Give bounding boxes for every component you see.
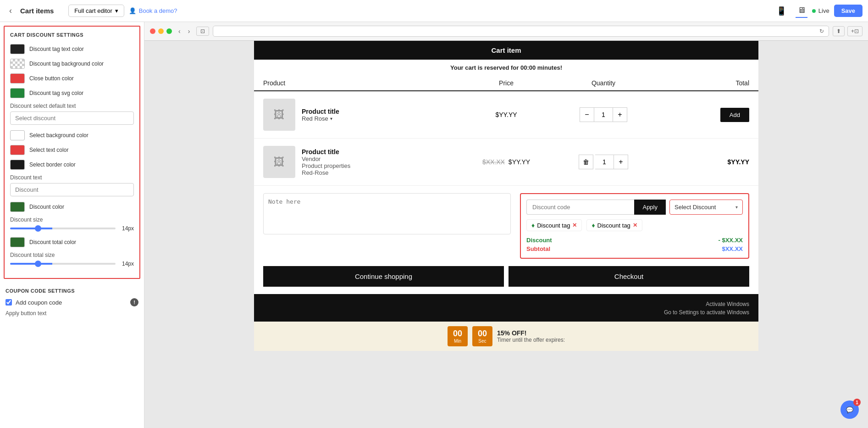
forward-nav-button[interactable]: › <box>185 27 193 36</box>
coupon-settings-title: COUPON CODE SETTINGS <box>6 288 138 294</box>
discount-size-slider[interactable] <box>10 228 116 229</box>
save-button[interactable]: Save <box>834 5 862 17</box>
book-demo-button[interactable]: 👤 Book a demo? <box>129 7 177 14</box>
trash-btn-2[interactable]: 🗑 <box>579 155 593 169</box>
discount-row: Discount - $XX.XX <box>526 237 743 244</box>
cart-item-2: 🖼 Product title Vendor Product propertie… <box>254 139 758 186</box>
discount-color-row: Discount color <box>10 202 134 212</box>
back-button[interactable]: ‹ <box>6 4 16 17</box>
cart-table-header: Product Price Quantity Total <box>254 76 758 91</box>
mobile-icon[interactable]: 📱 <box>774 4 788 18</box>
bookmark-button[interactable]: +⊡ <box>847 26 862 36</box>
timer-offer-text: 15% OFF! <box>497 329 565 337</box>
discount-total-size-value: 14px <box>119 261 134 267</box>
discount-tag-2: ♦ Discount tag ✕ <box>586 219 642 231</box>
select-border-color-swatch[interactable] <box>10 160 25 170</box>
discount-color-swatch[interactable] <box>10 202 25 212</box>
close-btn-color-row: Close button color <box>10 73 134 83</box>
discount-tag-text-color-label: Discount tag text color <box>29 46 84 52</box>
continue-shopping-button[interactable]: Continue shopping <box>263 266 504 287</box>
select-bg-color-swatch[interactable] <box>10 130 25 140</box>
cart-page: Cart item Your cart is reserved for 00:0… <box>254 41 758 351</box>
discount-tag-label-1: Discount tag <box>537 222 570 229</box>
activate-windows-text: Activate Windows <box>706 301 749 307</box>
select-text-color-label: Select text color <box>29 147 68 153</box>
select-bg-color-row: Select background color <box>10 130 134 140</box>
discount-total-color-swatch[interactable] <box>10 237 25 247</box>
timer-offer-sub: Timer until the offer expires: <box>497 337 565 343</box>
discount-total-size-slider[interactable] <box>10 263 116 265</box>
top-bar-left: ‹ Cart items <box>6 4 54 17</box>
close-btn-color-swatch[interactable] <box>10 73 25 83</box>
editor-dropdown-button[interactable]: Full cart editor ▾ <box>68 5 124 17</box>
total-cell-2: $YY.YY <box>652 158 749 166</box>
apply-code-button[interactable]: Apply <box>634 200 666 215</box>
timer-minutes-block: 00 Min <box>448 326 468 346</box>
timer-text-block: 15% OFF! Timer until the offer expires: <box>497 329 565 343</box>
preview-area: ‹ › ⊡ ↻ ⬆ +⊡ Cart item Your cart is rese… <box>144 22 868 428</box>
note-textarea[interactable] <box>263 193 511 234</box>
cart-item: 🖼 Product title Red Rose ▾ $YY.YY − <box>254 91 758 139</box>
product-variant-1: Red Rose ▾ <box>302 115 339 122</box>
main-layout: CART DISCOUNT SETTINGS Discount tag text… <box>0 22 868 428</box>
discount-tag-bg-color-swatch[interactable] <box>10 59 25 69</box>
qty-increase-btn-1[interactable]: + <box>613 107 627 122</box>
price-original-2: $XX.XX <box>482 158 505 166</box>
cart-header: Cart item <box>254 41 758 60</box>
discount-tag-text-color-swatch[interactable] <box>10 44 25 54</box>
close-traffic-light[interactable] <box>150 28 155 34</box>
tab-view-button[interactable]: ⊡ <box>196 27 209 36</box>
select-text-color-swatch[interactable] <box>10 145 25 155</box>
notification-badge[interactable]: 💬 1 <box>840 400 859 419</box>
qty-input-1[interactable] <box>594 107 613 122</box>
activate-windows-sub: Go to Settings to activate Windows <box>664 309 749 316</box>
discount-code-input[interactable] <box>526 200 634 215</box>
qty-decrease-btn-1[interactable]: − <box>580 107 594 122</box>
price-current-2: $YY.YY <box>509 158 530 166</box>
notification-count: 1 <box>853 399 861 406</box>
tag-close-btn-1[interactable]: ✕ <box>572 222 577 228</box>
add-coupon-row: Add coupon code ! <box>6 298 138 306</box>
cart-discount-settings-title: CART DISCOUNT SETTINGS <box>10 32 134 38</box>
qty-increase-btn-2[interactable]: + <box>614 155 628 169</box>
product-name-1: Product title <box>302 108 339 115</box>
select-discount-dropdown[interactable]: Select Discount ▾ <box>669 200 743 215</box>
add-coupon-label: Add coupon code <box>16 299 127 306</box>
product-name-2: Product title <box>302 148 350 156</box>
timer-bar: 00 Min 00 Sec 15% OFF! Timer until the o… <box>254 322 758 351</box>
price-col-header: Price <box>458 79 555 87</box>
tag-close-btn-2[interactable]: ✕ <box>633 222 637 228</box>
discount-tag-label-2: Discount tag <box>597 222 630 229</box>
coupon-section: COUPON CODE SETTINGS Add coupon code ! A… <box>0 283 144 322</box>
checkout-button[interactable]: Checkout <box>509 266 749 287</box>
total-cell-1: Add <box>652 108 749 122</box>
minimize-traffic-light[interactable] <box>158 28 164 34</box>
discount-tag-svg-color-swatch[interactable] <box>10 88 25 98</box>
discount-total-color-row: Discount total color <box>10 237 134 247</box>
add-coupon-checkbox[interactable] <box>6 299 12 306</box>
timer-sec-label: Sec <box>477 339 488 344</box>
desktop-icon[interactable]: 🖥 <box>796 4 807 18</box>
device-icons: 📱 🖥 <box>774 4 807 18</box>
discount-size-value: 14px <box>119 225 134 232</box>
note-area <box>263 193 511 236</box>
discount-text-input[interactable] <box>10 183 134 196</box>
discount-total-size-label: Discount total size <box>10 252 134 258</box>
discount-total-size-slider-row: 14px <box>10 261 134 267</box>
reload-icon[interactable]: ↻ <box>819 28 824 34</box>
default-text-input[interactable] <box>10 111 134 125</box>
discount-tag-svg-color-label: Discount tag svg color <box>29 90 83 96</box>
quantity-col-header: Quantity <box>555 79 652 87</box>
nav-buttons: ‹ › <box>176 27 193 36</box>
address-bar[interactable]: ↻ <box>213 26 829 37</box>
maximize-traffic-light[interactable] <box>166 28 172 34</box>
subtotal-value: $XX.XX <box>722 245 743 252</box>
tag-icon-1: ♦ <box>531 222 535 229</box>
subtotal-row: Subtotal $XX.XX <box>526 245 743 252</box>
share-button[interactable]: ⬆ <box>833 26 845 36</box>
back-nav-button[interactable]: ‹ <box>176 27 183 36</box>
coupon-info-icon[interactable]: ! <box>130 298 138 306</box>
qty-input-2[interactable] <box>595 155 614 169</box>
add-button-1[interactable]: Add <box>720 108 749 122</box>
discount-tag-svg-color-row: Discount tag svg color <box>10 88 134 98</box>
